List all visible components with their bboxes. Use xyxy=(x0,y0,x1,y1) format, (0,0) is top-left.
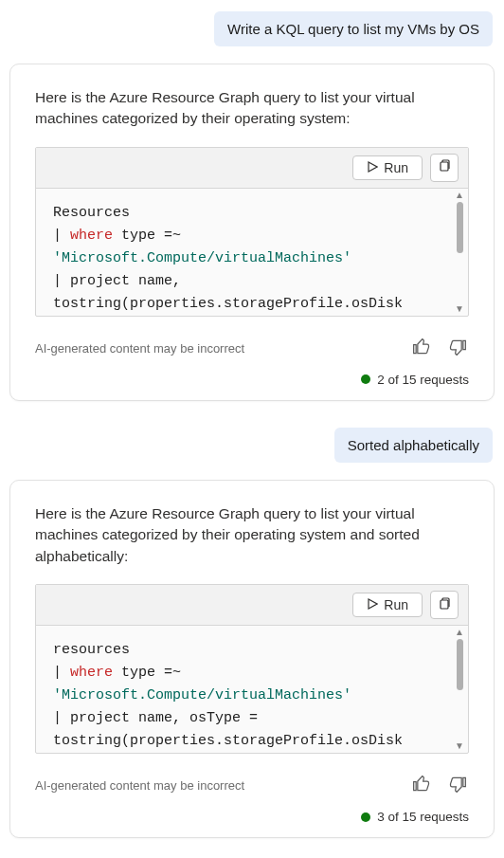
scroll-down-icon[interactable]: ▼ xyxy=(455,741,464,751)
assistant-message-card: Here is the Azure Resource Graph query t… xyxy=(9,480,495,838)
status-dot-icon xyxy=(361,812,370,822)
card-footer: AI-generated content may be incorrect xyxy=(35,336,469,361)
copy-button[interactable] xyxy=(430,154,459,182)
usage-text: 3 of 15 requests xyxy=(377,810,469,824)
usage-text: 2 of 15 requests xyxy=(377,373,469,387)
assistant-intro-text: Here is the Azure Resource Graph query t… xyxy=(35,503,469,567)
code-body[interactable]: resources | where type =~ 'Microsoft.Com… xyxy=(36,626,468,753)
thumbs-down-icon xyxy=(448,338,467,359)
assistant-intro-text: Here is the Azure Resource Graph query t… xyxy=(35,87,469,130)
copy-icon xyxy=(438,597,451,613)
scrollbar[interactable]: ▲ ▼ xyxy=(453,189,466,316)
run-button-label: Run xyxy=(384,160,408,175)
run-button[interactable]: Run xyxy=(352,155,423,180)
thumbs-up-icon xyxy=(412,775,431,796)
play-icon xyxy=(367,597,378,612)
scroll-down-icon[interactable]: ▼ xyxy=(455,304,464,314)
ai-disclaimer-text: AI-generated content may be incorrect xyxy=(35,341,244,356)
feedback-icons xyxy=(410,773,469,798)
play-icon xyxy=(367,160,378,175)
run-button[interactable]: Run xyxy=(352,593,423,617)
scrollbar[interactable]: ▲ ▼ xyxy=(453,626,466,753)
svg-marker-2 xyxy=(369,599,377,609)
code-body[interactable]: Resources | where type =~ 'Microsoft.Com… xyxy=(36,189,468,316)
user-message: Sorted alphabetically xyxy=(334,428,493,463)
thumbs-down-button[interactable] xyxy=(446,773,469,798)
chat-column: Write a KQL query to list my VMs by OS H… xyxy=(0,0,504,858)
user-message: Write a KQL query to list my VMs by OS xyxy=(214,11,493,46)
card-footer: AI-generated content may be incorrect xyxy=(35,773,469,798)
status-dot-icon xyxy=(361,374,370,384)
scroll-thumb[interactable] xyxy=(457,639,463,690)
code-body-wrap: resources | where type =~ 'Microsoft.Com… xyxy=(36,626,468,753)
svg-rect-3 xyxy=(441,600,448,609)
thumbs-up-button[interactable] xyxy=(410,336,433,361)
code-block: Run resources | where type =~ 'Microsoft… xyxy=(35,584,469,754)
usage-row: 2 of 15 requests xyxy=(35,373,469,387)
thumbs-down-icon xyxy=(448,775,467,796)
thumbs-up-button[interactable] xyxy=(410,773,433,798)
code-toolbar: Run xyxy=(36,585,468,626)
thumbs-down-button[interactable] xyxy=(446,336,469,361)
run-button-label: Run xyxy=(384,597,408,612)
scroll-thumb[interactable] xyxy=(457,202,463,253)
feedback-icons xyxy=(410,336,469,361)
ai-disclaimer-text: AI-generated content may be incorrect xyxy=(35,778,244,793)
scroll-up-icon[interactable]: ▲ xyxy=(455,191,464,200)
copy-icon xyxy=(438,159,451,175)
scroll-up-icon[interactable]: ▲ xyxy=(455,628,464,637)
code-toolbar: Run xyxy=(36,148,468,189)
code-block: Run Resources | where type =~ 'Microsoft… xyxy=(35,147,469,317)
thumbs-up-icon xyxy=(412,338,431,359)
svg-marker-0 xyxy=(369,162,377,172)
usage-row: 3 of 15 requests xyxy=(35,810,469,824)
assistant-message-card: Here is the Azure Resource Graph query t… xyxy=(9,64,495,401)
copy-button[interactable] xyxy=(430,591,459,619)
code-body-wrap: Resources | where type =~ 'Microsoft.Com… xyxy=(36,189,468,316)
svg-rect-1 xyxy=(441,162,448,171)
